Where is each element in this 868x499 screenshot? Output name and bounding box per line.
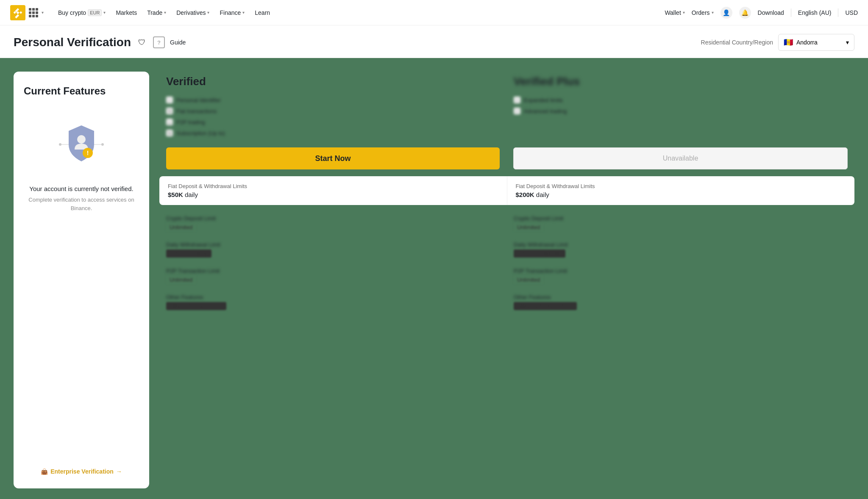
verified-limits-label: Fiat Deposit & Withdrawal Limits — [168, 183, 498, 189]
verified-crypto-deposit-value: Unlimited — [166, 223, 196, 231]
tiers-row: Verified ✓ Personal Identifier ⇅ Fiat tr… — [159, 72, 854, 147]
nav-right: Wallet ▾ Orders ▾ 👤 🔔 Download English (… — [665, 7, 858, 19]
nav-derivatives[interactable]: Derivatives ▾ — [172, 7, 214, 19]
apps-chevron-icon: ▾ — [42, 10, 44, 15]
nav-trade[interactable]: Trade ▾ — [143, 7, 170, 19]
wallet-nav[interactable]: Wallet ▾ — [665, 9, 684, 16]
subheader-left: Personal Verification 🛡 ? Guide — [14, 36, 186, 49]
nav-finance[interactable]: Finance ▾ — [215, 7, 249, 19]
guide-link[interactable]: Guide — [170, 39, 186, 46]
verified-plus-other-label: Other Features — [514, 294, 848, 300]
start-now-button[interactable]: Start Now — [166, 147, 500, 169]
verified-other-value: ~$50,071 (100+ BTC) — [166, 302, 226, 310]
verification-illustration: ! — [56, 119, 107, 170]
nav-markets[interactable]: Markets — [111, 7, 141, 19]
wallet-chevron-icon: ▾ — [683, 10, 685, 15]
current-features-card: Current Features ! Your account is curre… — [14, 72, 149, 488]
main-nav: Buy crypto EUR ▾ Markets Trade ▾ Derivat… — [54, 7, 665, 19]
verified-plus-crypto-deposit: Crypto Deposit Limit Unlimited — [507, 212, 854, 235]
enterprise-verification-link[interactable]: 👜 Enterprise Verification → — [41, 451, 122, 475]
limits-row: Fiat Deposit & Withdrawal Limits $50K da… — [159, 176, 854, 205]
verified-plus-crypto-deposit-value: Unlimited — [514, 223, 543, 231]
orders-chevron-icon: ▾ — [712, 10, 714, 15]
page-title: Personal Verification — [14, 36, 131, 49]
verified-plus-other: Other Features ~$200,000 (200+ BTC) — [507, 291, 854, 313]
country-dropdown-arrow: ▾ — [846, 39, 849, 46]
verified-plus-limits-cell: Fiat Deposit & Withdrawal Limits $200K d… — [507, 176, 855, 205]
profile-icon[interactable]: 👤 — [721, 7, 732, 19]
check-icon-3: △ — [166, 119, 173, 125]
card-title: Current Features — [24, 85, 106, 97]
verified-feature-1: ✓ Personal Identifier — [166, 97, 500, 103]
subheader-right: Residential Country/Region 🇦🇩 Andorra ▾ — [701, 34, 854, 51]
verified-col: Verified ✓ Personal Identifier ⇅ Fiat tr… — [159, 72, 507, 147]
verified-feature-3: △ P2P trading — [166, 119, 500, 125]
verified-plus-other-value: ~$200,000 (200+ BTC) — [514, 302, 577, 310]
buttons-row: Start Now Unavailable — [159, 147, 854, 169]
limits-panel: Fiat Deposit & Withdrawal Limits $50K da… — [159, 176, 854, 205]
nav-buy-crypto[interactable]: Buy crypto EUR ▾ — [54, 7, 110, 19]
verified-withdrawal-label: Daily Withdrawal Limit — [166, 241, 500, 248]
logo[interactable]: ▾ — [10, 5, 44, 20]
verified-title: Verified — [166, 75, 500, 88]
notification-bell-icon[interactable]: 🔔 — [739, 7, 751, 19]
check-icon-2: ⇅ — [166, 108, 173, 114]
currency-selector[interactable]: USD — [845, 9, 858, 16]
finance-chevron-icon: ▾ — [242, 10, 245, 15]
currency-divider — [838, 8, 838, 17]
verified-feature-4: ⇅ Subscription (Up to) — [166, 130, 500, 136]
crypto-deposit-row: Crypto Deposit Limit Unlimited Crypto De… — [159, 212, 854, 235]
p2p-row: P2P Transaction Limit Unlimited P2P Tran… — [159, 264, 854, 287]
verified-plus-col: Verified Plus ✓ Expanded limits ✓ Advanc… — [507, 72, 854, 147]
enterprise-bag-icon: 👜 — [41, 468, 48, 475]
country-select[interactable]: 🇦🇩 Andorra ▾ — [778, 34, 854, 51]
derivatives-chevron-icon: ▾ — [207, 10, 209, 15]
main-content: Current Features ! Your account is curre… — [0, 58, 868, 499]
verified-plus-title: Verified Plus — [514, 75, 848, 88]
subheader: Personal Verification 🛡 ? Guide Resident… — [0, 25, 868, 58]
verified-plus-p2p-value: Unlimited — [514, 276, 543, 284]
verified-other-label: Other Features — [166, 294, 500, 300]
verified-plus-feature-1: ✓ Expanded limits — [514, 97, 848, 103]
buy-crypto-chevron-icon: ▾ — [103, 10, 106, 15]
verified-plus-withdrawal: Daily Withdrawal Limit 100 BTC / $50 M+ — [507, 238, 854, 261]
verified-crypto-deposit: Crypto Deposit Limit Unlimited — [159, 212, 507, 235]
verified-p2p-label: P2P Transaction Limit — [166, 268, 500, 274]
verified-plus-withdrawal-label: Daily Withdrawal Limit — [514, 241, 848, 248]
right-content: Verified ✓ Personal Identifier ⇅ Fiat tr… — [159, 72, 854, 488]
orders-nav[interactable]: Orders ▾ — [692, 9, 714, 16]
verification-desc-text: Complete verification to access services… — [24, 196, 139, 212]
verified-plus-p2p: P2P Transaction Limit Unlimited — [507, 264, 854, 287]
verified-feature-2: ⇅ Fiat transactions — [166, 108, 500, 114]
header: ▾ Buy crypto EUR ▾ Markets Trade ▾ Deriv… — [0, 0, 868, 25]
verified-plus-crypto-deposit-label: Crypto Deposit Limit — [514, 215, 848, 222]
verified-plus-limits-label: Fiat Deposit & Withdrawal Limits — [516, 183, 846, 189]
verified-withdrawal-value: 100 BTC / $5 M — [166, 250, 211, 258]
verification-status-text: Your account is currently not verified. — [29, 185, 133, 192]
unavailable-button: Unavailable — [513, 147, 848, 169]
plus-check-icon-1: ✓ — [514, 97, 520, 103]
verified-plus-daily-amount: $200K — [516, 191, 534, 198]
nav-learn[interactable]: Learn — [250, 7, 274, 19]
verified-p2p: P2P Transaction Limit Unlimited — [159, 264, 507, 287]
verified-limits-value: $50K daily — [168, 191, 498, 198]
verified-limits-cell: Fiat Deposit & Withdrawal Limits $50K da… — [159, 176, 507, 205]
nav-divider — [791, 8, 791, 17]
verified-crypto-deposit-label: Crypto Deposit Limit — [166, 215, 500, 222]
download-nav[interactable]: Download — [758, 9, 784, 16]
verified-p2p-value: Unlimited — [166, 276, 196, 284]
svg-text:!: ! — [87, 150, 89, 156]
other-row: Other Features ~$50,071 (100+ BTC) Other… — [159, 291, 854, 313]
verified-plus-limits-value: $200K daily — [516, 191, 846, 198]
svg-point-5 — [77, 135, 86, 144]
help-icon[interactable]: ? — [153, 36, 165, 48]
apps-grid-icon[interactable] — [29, 8, 38, 17]
country-flag: 🇦🇩 — [784, 38, 793, 47]
country-name: Andorra — [796, 39, 818, 46]
trade-chevron-icon: ▾ — [164, 10, 166, 15]
language-selector[interactable]: English (AU) — [798, 9, 832, 16]
verified-other: Other Features ~$50,071 (100+ BTC) — [159, 291, 507, 313]
check-icon-1: ✓ — [166, 97, 173, 103]
withdrawal-row: Daily Withdrawal Limit 100 BTC / $5 M Da… — [159, 238, 854, 261]
verified-plus-p2p-label: P2P Transaction Limit — [514, 268, 848, 274]
